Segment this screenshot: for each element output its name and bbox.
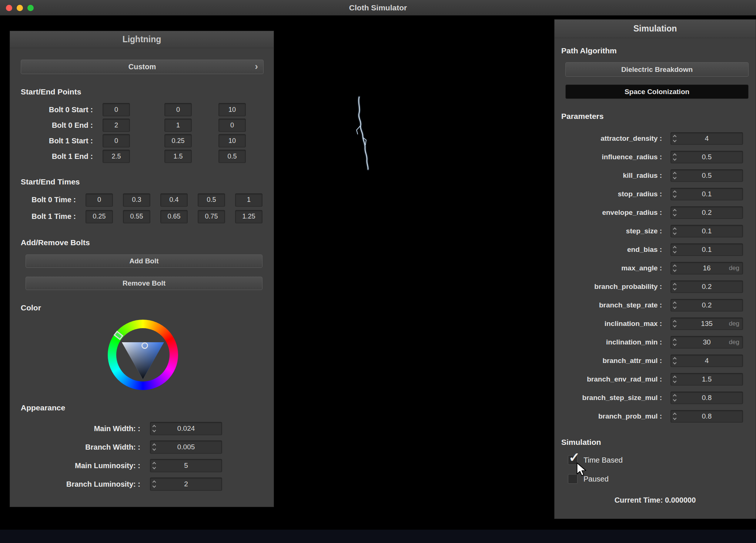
appearance-stepper[interactable]: 0.024 bbox=[150, 422, 222, 435]
stepper-arrows-icon[interactable] bbox=[673, 210, 676, 216]
stepper-arrows-icon[interactable] bbox=[673, 247, 676, 253]
point-value-field[interactable]: 2 bbox=[103, 119, 130, 132]
stepper-arrows-icon[interactable] bbox=[673, 302, 676, 309]
simulation-section-title: Simulation bbox=[561, 438, 756, 447]
stepper-arrows-icon[interactable] bbox=[673, 395, 676, 401]
time-value-field[interactable]: 0.25 bbox=[86, 210, 113, 223]
lightning-panel-header[interactable]: Lightning bbox=[10, 31, 274, 48]
time-value-field[interactable]: 0 bbox=[86, 193, 113, 207]
appearance-stepper[interactable]: 5 bbox=[150, 459, 222, 472]
stepper-arrows-icon[interactable] bbox=[673, 321, 676, 327]
parameter-stepper[interactable]: 0.8 bbox=[670, 410, 743, 423]
stepper-arrows-icon[interactable] bbox=[153, 444, 155, 450]
parameter-label: influence_radius : bbox=[555, 153, 662, 161]
time-value-field[interactable]: 0.5 bbox=[198, 193, 225, 207]
times-section-title: Start/End Times bbox=[21, 177, 274, 186]
stepper-arrows-icon[interactable] bbox=[673, 265, 676, 272]
stepper-arrows-icon[interactable] bbox=[673, 228, 676, 234]
point-value-field[interactable]: 0.5 bbox=[218, 150, 246, 163]
parameter-stepper[interactable]: 1.5 bbox=[670, 373, 743, 386]
parameter-row: branch_env_rad_mul : 1.5 bbox=[555, 372, 756, 386]
point-value-field[interactable]: 10 bbox=[218, 134, 246, 147]
point-value-field[interactable]: 2.5 bbox=[103, 150, 130, 163]
minimize-button[interactable] bbox=[17, 5, 23, 11]
simulation-panel-header[interactable]: Simulation bbox=[555, 20, 756, 38]
parameter-stepper[interactable]: 0.5 bbox=[670, 169, 743, 182]
parameter-stepper[interactable]: 0.1 bbox=[670, 225, 743, 237]
point-value-field[interactable]: 10 bbox=[218, 103, 246, 116]
point-value-field[interactable]: 0 bbox=[218, 119, 246, 132]
parameter-value: 0.5 bbox=[671, 153, 743, 161]
stepper-arrows-icon[interactable] bbox=[673, 284, 676, 290]
parameter-row: branch_step_size_mul : 0.8 bbox=[555, 391, 756, 405]
parameter-row: attractor_density : 4 bbox=[555, 131, 756, 146]
time-value-field[interactable]: 0.65 bbox=[160, 210, 188, 223]
stepper-arrows-icon[interactable] bbox=[673, 339, 676, 346]
stepper-arrows-icon[interactable] bbox=[673, 376, 676, 383]
time-value-field[interactable]: 0.55 bbox=[123, 210, 150, 223]
time-value-field[interactable]: 0.4 bbox=[160, 193, 188, 207]
close-button[interactable] bbox=[6, 5, 12, 11]
sv-triangle[interactable] bbox=[108, 320, 178, 390]
parameter-row: branch_attr_mul : 4 bbox=[555, 354, 756, 368]
mouse-cursor bbox=[576, 462, 587, 478]
space-colonization-button[interactable]: Space Colonization bbox=[565, 84, 749, 99]
parameter-stepper[interactable]: 0.1 bbox=[670, 188, 743, 200]
point-value-field[interactable]: 0 bbox=[103, 103, 130, 116]
parameter-stepper[interactable]: 4 bbox=[670, 132, 743, 145]
parameter-value: 0.1 bbox=[671, 190, 743, 198]
parameter-unit: deg bbox=[729, 264, 739, 272]
parameter-stepper[interactable]: 0.2 bbox=[670, 299, 743, 312]
time-value-field[interactable]: 0.75 bbox=[198, 210, 225, 223]
chevron-right-icon: › bbox=[255, 60, 258, 72]
stepper-arrows-icon[interactable] bbox=[673, 191, 676, 197]
time-value-field[interactable]: 0.3 bbox=[123, 193, 150, 207]
time-based-label: Time Based bbox=[583, 456, 623, 464]
parameter-label: kill_radius : bbox=[555, 171, 662, 180]
stepper-arrows-icon[interactable] bbox=[673, 154, 676, 160]
dielectric-breakdown-button[interactable]: Dielectric Breakdown bbox=[565, 62, 749, 77]
remove-bolt-button[interactable]: Remove Bolt bbox=[26, 277, 262, 290]
parameter-value: 0.1 bbox=[671, 246, 743, 254]
stepper-arrows-icon[interactable] bbox=[673, 358, 676, 364]
parameter-label: branch_step_rate : bbox=[555, 301, 662, 309]
stepper-arrows-icon[interactable] bbox=[153, 426, 155, 432]
color-wheel[interactable] bbox=[108, 320, 178, 390]
preset-dropdown[interactable]: Custom › bbox=[21, 60, 264, 74]
appearance-label: Branch Luminosity: : bbox=[10, 480, 140, 489]
parameter-label: branch_step_size_mul : bbox=[555, 394, 662, 402]
points-row-label: Bolt 1 End : bbox=[10, 152, 93, 161]
parameter-stepper[interactable]: 16 deg bbox=[670, 262, 743, 274]
parameter-row: end_bias : 0.1 bbox=[555, 243, 756, 257]
parameter-stepper[interactable]: 0.8 bbox=[670, 392, 743, 404]
point-value-field[interactable]: 0 bbox=[103, 134, 130, 147]
parameter-stepper[interactable]: 135 deg bbox=[670, 317, 743, 330]
stepper-arrows-icon[interactable] bbox=[673, 136, 676, 142]
point-value-field[interactable]: 0.25 bbox=[164, 134, 192, 147]
parameter-row: influence_radius : 0.5 bbox=[555, 150, 756, 164]
time-value-field[interactable]: 1.25 bbox=[235, 210, 262, 223]
stepper-arrows-icon[interactable] bbox=[673, 413, 676, 420]
parameter-stepper[interactable]: 0.2 bbox=[670, 280, 743, 293]
parameter-value: 0.1 bbox=[671, 227, 743, 235]
parameter-label: max_angle : bbox=[555, 264, 662, 272]
time-value-field[interactable]: 1 bbox=[235, 193, 262, 207]
stepper-arrows-icon[interactable] bbox=[153, 481, 155, 487]
point-value-field[interactable]: 1.5 bbox=[164, 150, 192, 163]
parameter-label: stop_radius : bbox=[555, 190, 662, 198]
appearance-stepper[interactable]: 2 bbox=[150, 477, 222, 491]
parameter-value: 0.2 bbox=[671, 209, 743, 217]
parameter-stepper[interactable]: 0.1 bbox=[670, 243, 743, 256]
stepper-arrows-icon[interactable] bbox=[153, 463, 155, 469]
zoom-button[interactable] bbox=[27, 5, 34, 11]
point-value-field[interactable]: 1 bbox=[164, 119, 192, 132]
points-row-label: Bolt 0 End : bbox=[10, 121, 93, 130]
add-bolt-button[interactable]: Add Bolt bbox=[26, 254, 262, 268]
parameter-stepper[interactable]: 4 bbox=[670, 354, 743, 367]
parameter-stepper[interactable]: 0.5 bbox=[670, 151, 743, 163]
appearance-stepper[interactable]: 0.005 bbox=[150, 440, 222, 454]
stepper-arrows-icon[interactable] bbox=[673, 173, 676, 179]
parameter-stepper[interactable]: 0.2 bbox=[670, 206, 743, 219]
point-value-field[interactable]: 0 bbox=[164, 103, 192, 116]
parameter-stepper[interactable]: 30 deg bbox=[670, 336, 743, 349]
